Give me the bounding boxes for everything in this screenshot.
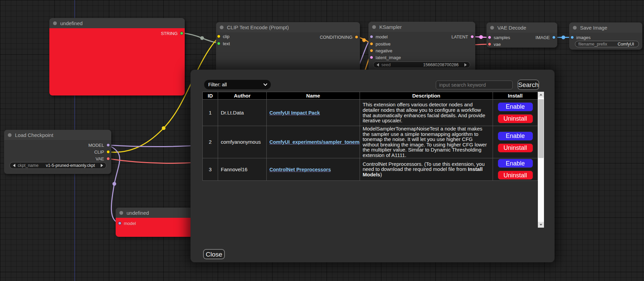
table-row: 2 comfyanonymous ComfyUI_experiments/sam… <box>203 126 538 158</box>
node-titlebar[interactable]: CLIP Text Encode (Prompt) <box>216 22 360 32</box>
search-button[interactable]: Search <box>517 80 539 90</box>
port-dot-text[interactable] <box>217 42 220 45</box>
port-dot-images[interactable] <box>571 36 574 39</box>
node-title: undefined <box>60 20 83 26</box>
collapse-dot-icon[interactable] <box>490 26 494 30</box>
enable-button[interactable]: Enable <box>498 131 533 141</box>
port-dot-positive[interactable] <box>370 42 373 46</box>
node-undefined-bottom[interactable]: undefined model <box>116 208 193 237</box>
widget-value[interactable]: v1-5-pruned-emaonly.ckpt <box>46 163 95 168</box>
output-port-conditioning[interactable]: CONDITIONING <box>320 34 358 40</box>
scrollbar[interactable] <box>538 92 544 228</box>
collapse-dot-icon[interactable] <box>119 211 123 215</box>
table-row: 1 Dr.Lt.Data ComfyUI Impact Pack This ex… <box>203 100 538 126</box>
output-port-vae[interactable]: VAE <box>96 156 110 161</box>
filter-select[interactable]: Filter: all <box>204 80 271 89</box>
enable-button[interactable]: Enable <box>498 159 533 168</box>
port-dot-image[interactable] <box>552 36 556 39</box>
input-port-negative[interactable]: negative <box>370 48 392 53</box>
widget-value[interactable]: ComfyUI <box>617 42 634 47</box>
node-titlebar[interactable]: KSampler <box>368 22 475 32</box>
input-port-positive[interactable]: positive <box>370 41 391 47</box>
collapse-dot-icon[interactable] <box>573 26 577 30</box>
port-dot-conditioning[interactable] <box>355 35 358 39</box>
uninstall-button[interactable]: Uninstall <box>498 143 533 153</box>
input-port-samples[interactable]: samples <box>488 35 510 40</box>
output-port-clip[interactable]: CLIP <box>94 149 110 155</box>
port-dot-model[interactable] <box>106 143 110 147</box>
ckpt-name-widget[interactable]: ckpt_name v1-5-pruned-emaonly.ckpt <box>10 162 106 169</box>
input-port-model[interactable]: model <box>118 221 136 226</box>
header-author: Author <box>218 92 267 100</box>
node-vae-decode[interactable]: VAE Decode samples vae IMAGE <box>486 22 557 48</box>
input-port-latent-image[interactable]: latent_image <box>370 55 401 60</box>
extension-link[interactable]: ControlNet Preprocessors <box>269 167 331 172</box>
output-port-latent[interactable]: LATENT <box>451 34 474 39</box>
filter-dropdown[interactable]: Filter: all <box>204 80 271 89</box>
widget-prev-icon[interactable] <box>13 164 15 167</box>
port-dot-vae[interactable] <box>106 157 110 160</box>
node-titlebar[interactable]: undefined <box>49 18 185 28</box>
collapse-dot-icon[interactable] <box>372 25 376 29</box>
seed-widget[interactable]: seed 156680208700286 <box>373 62 470 68</box>
port-label: STRING <box>161 31 178 36</box>
scroll-down-button[interactable] <box>538 222 544 228</box>
input-port-clip[interactable]: clip <box>217 34 230 39</box>
port-dot-clip[interactable] <box>217 35 220 38</box>
port-dot-string[interactable] <box>180 32 183 35</box>
output-port-image[interactable]: IMAGE <box>535 35 556 40</box>
extension-table: ID Author Name Description Install 1 Dr.… <box>202 92 538 181</box>
extension-link[interactable]: ComfyUI Impact Pack <box>269 110 320 116</box>
search-input[interactable] <box>436 81 513 89</box>
node-title: Save Image <box>580 25 607 31</box>
collapse-dot-icon[interactable] <box>8 133 12 137</box>
port-label: text <box>223 41 230 46</box>
widget-increment-icon[interactable] <box>464 63 467 67</box>
port-dot-latent-image[interactable] <box>370 56 373 59</box>
port-dot-negative[interactable] <box>370 49 373 52</box>
input-port-vae[interactable]: vae <box>488 41 501 47</box>
input-port-model[interactable]: model <box>370 34 387 39</box>
extension-manager-dialog: Filter: all Search ID Author Name Descri… <box>191 70 555 262</box>
uninstall-button[interactable]: Uninstall <box>498 114 533 123</box>
extension-description: ModelSamplerTonemapNoiseTest a node that… <box>360 126 493 158</box>
node-save-image[interactable]: Save Image images filename_prefix ComfyU… <box>569 22 642 50</box>
header-description: Description <box>360 92 493 100</box>
port-dot-latent[interactable] <box>470 35 474 38</box>
port-dot-clip[interactable] <box>106 150 110 154</box>
port-dot-samples[interactable] <box>488 36 491 39</box>
widget-decrement-icon[interactable] <box>377 63 379 67</box>
graph-canvas[interactable]: undefined STRING CLIP Text Encode (Promp… <box>0 0 644 281</box>
extension-author: Dr.Lt.Data <box>218 100 267 126</box>
node-titlebar[interactable]: undefined <box>116 208 193 218</box>
extension-id: 1 <box>203 100 218 126</box>
extension-table-scroll-area[interactable]: ID Author Name Description Install 1 Dr.… <box>202 92 544 228</box>
node-titlebar[interactable]: VAE Decode <box>486 22 557 33</box>
filename-prefix-widget[interactable]: filename_prefix ComfyUI <box>575 41 639 47</box>
node-titlebar[interactable]: Load Checkpoint <box>4 130 111 140</box>
node-undefined-top[interactable]: undefined STRING <box>49 18 185 95</box>
error-node-body <box>49 28 185 95</box>
node-titlebar[interactable]: Save Image <box>569 22 642 33</box>
port-dot-vae[interactable] <box>488 42 491 46</box>
collapse-dot-icon[interactable] <box>53 21 57 25</box>
widget-value[interactable]: 156680208700286 <box>423 63 459 67</box>
port-label: MODEL <box>88 143 104 148</box>
input-port-images[interactable]: images <box>571 35 591 40</box>
input-port-text[interactable]: text <box>217 41 230 46</box>
widget-next-icon[interactable] <box>101 164 103 167</box>
close-button[interactable]: Close <box>203 249 225 259</box>
port-dot-model[interactable] <box>118 222 121 225</box>
output-port-string[interactable]: STRING <box>161 31 183 36</box>
enable-button[interactable]: Enable <box>498 102 533 111</box>
port-label: VAE <box>96 156 104 161</box>
port-dot-model[interactable] <box>370 35 373 38</box>
scroll-up-button[interactable] <box>538 92 544 98</box>
uninstall-button[interactable]: Uninstall <box>498 171 533 180</box>
extension-link[interactable]: ComfyUI_experiments/sampler_tonemap <box>269 139 360 145</box>
node-load-checkpoint[interactable]: Load Checkpoint MODEL CLIP VAE ckpt_name… <box>4 130 111 174</box>
collapse-dot-icon[interactable] <box>220 25 224 29</box>
extension-description: ControlNet Preprocessors. (To use this e… <box>360 158 493 180</box>
output-port-model[interactable]: MODEL <box>88 142 110 148</box>
scrollbar-thumb[interactable] <box>538 99 544 158</box>
